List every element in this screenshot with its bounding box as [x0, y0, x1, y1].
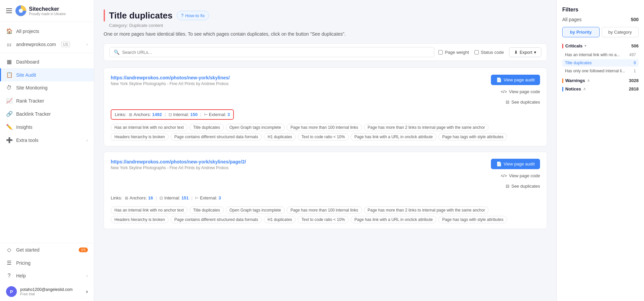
view-audit-button-2[interactable]: 📄 View page audit	[491, 159, 540, 169]
sidebar-item-help[interactable]: ? Help ›	[0, 269, 94, 282]
list-item[interactable]: Page has tags with style attributes	[438, 216, 507, 223]
notices-header[interactable]: Notices ∧ 2818	[562, 86, 639, 91]
see-duplicates-button-1[interactable]: ⊟ See duplicates	[506, 98, 540, 106]
user-info: potaho1200@angeleslid.com Free trial	[20, 287, 83, 296]
list-item[interactable]: Headers hierarchy is broken	[111, 216, 169, 223]
list-item[interactable]: Open Graph tags incomplete	[226, 124, 285, 131]
page-weight-toggle[interactable]: Page weight	[438, 50, 469, 55]
page-title-row: Title duplicates ? How-to fix	[104, 9, 547, 22]
list-item[interactable]: Page has more than 2 links to internal p…	[364, 124, 489, 131]
anchors-count-2: 16	[148, 195, 153, 200]
page-weight-checkbox[interactable]	[438, 50, 443, 54]
list-item[interactable]: Page has more than 100 internal links	[287, 206, 362, 214]
sidebar-item-site-audit[interactable]: 📋 Site Audit	[0, 68, 94, 81]
separator: |	[200, 112, 201, 117]
warnings-count: 3028	[629, 78, 639, 83]
anchors-count-1: 1492	[152, 112, 162, 117]
list-item[interactable]: Open Graph tags incomplete	[226, 206, 285, 214]
category-label: Category:	[109, 23, 128, 28]
grid-icon: ⚏	[6, 41, 12, 47]
view-code-button-1[interactable]: </> View page code	[501, 88, 540, 96]
filter-item-no-anchor[interactable]: Has an internal link with no a... 497	[562, 51, 639, 59]
links-label: Links:	[115, 112, 126, 117]
list-item[interactable]: Headers hierarchy is broken	[111, 133, 169, 141]
internal-label: Internal:	[173, 112, 189, 117]
help-icon: ?	[6, 273, 12, 279]
list-item[interactable]: Page contains different structured data …	[171, 133, 262, 141]
card-url-2[interactable]: https://andrewprokos.com/photos/new-york…	[111, 159, 246, 164]
card-url-1[interactable]: https://andrewprokos.com/photos/new-york…	[111, 75, 230, 80]
sidebar-item-rank-tracker[interactable]: 📈 Rank Tracker	[0, 94, 94, 107]
sidebar-item-label: All projects	[16, 29, 39, 34]
external-count-2: 3	[219, 195, 221, 200]
how-to-fix-label: How-to fix	[185, 13, 205, 18]
sidebar-item-extra-tools[interactable]: ➕ Extra tools ›	[0, 134, 94, 147]
filter-section-criticals: Criticals ▾ 506 Has an internal link wit…	[562, 43, 639, 75]
list-item[interactable]: Has an internal link with no anchor text	[111, 124, 187, 131]
list-item[interactable]: Page has more than 100 internal links	[287, 124, 362, 131]
internal-icon: ⊡	[159, 196, 163, 200]
status-code-toggle[interactable]: Status code	[474, 50, 504, 55]
sidebar-item-backlink-tracker[interactable]: 🔗 Backlink Tracker	[0, 107, 94, 120]
list-item[interactable]: Page has link with a URL in onclick attr…	[351, 133, 436, 141]
tab-by-category[interactable]: by Category	[602, 27, 639, 37]
criticals-label: Criticals	[565, 43, 582, 48]
user-plan: Free trial	[20, 292, 83, 296]
chevron-down-icon: ∧	[583, 87, 586, 91]
list-item[interactable]: Text to code ratio < 10%	[298, 133, 349, 141]
links-anchor-label: Anchors:	[134, 112, 151, 117]
view-audit-button-1[interactable]: 📄 View page audit	[491, 75, 540, 85]
card-subtitle-1: New York Skyline Photographs - Fine Art …	[111, 81, 230, 86]
list-item[interactable]: Page has more than 2 links to internal p…	[364, 206, 489, 214]
export-button[interactable]: ⬇ Export ▾	[509, 47, 541, 57]
list-item[interactable]: Page has link with a URL in onclick attr…	[351, 216, 436, 223]
see-dupes-label: See duplicates	[511, 184, 540, 189]
chevron-right-icon: ›	[86, 138, 88, 143]
all-pages-label: All pages	[562, 17, 582, 22]
sidebar-item-site-monitoring[interactable]: ⏱ Site Monitoring	[0, 81, 94, 94]
view-code-button-2[interactable]: </> View page code	[501, 172, 540, 180]
internal-count-2: 151	[181, 195, 189, 200]
get-started-icon: ◇	[6, 247, 12, 253]
list-item[interactable]: Text to code ratio < 10%	[298, 216, 349, 223]
question-icon: ?	[181, 13, 184, 18]
svg-point-1	[19, 9, 23, 13]
sidebar-item-insights[interactable]: ✏️ Insights	[0, 120, 94, 134]
sitechecker-logo-icon	[15, 5, 26, 16]
list-item[interactable]: H1 duplicates	[264, 133, 296, 141]
warnings-header[interactable]: Warnings ∧ 3028	[562, 78, 639, 83]
tags-row-2: Has an internal link with no anchor text…	[111, 206, 540, 223]
tab-by-priority[interactable]: by Priority	[562, 27, 600, 37]
sidebar-item-pricing[interactable]: ☰ Pricing	[0, 256, 94, 269]
sidebar-item-label: Extra tools	[16, 138, 38, 143]
list-item[interactable]: Has an internal link with no anchor text	[111, 206, 187, 214]
chevron-down-icon: ∧	[587, 78, 590, 83]
sidebar-item-get-started[interactable]: ◇ Get started 3/5	[0, 243, 94, 256]
filter-item-one-followed[interactable]: Has only one followed internal li... 1	[562, 67, 639, 75]
view-code-label: View page code	[509, 89, 540, 94]
list-item[interactable]: H1 duplicates	[264, 216, 296, 223]
list-item[interactable]: Page has tags with style attributes	[438, 133, 507, 141]
criticals-header[interactable]: Criticals ▾ 506	[562, 43, 639, 48]
user-profile-area[interactable]: P potaho1200@angeleslid.com Free trial ›	[0, 282, 94, 301]
status-code-checkbox[interactable]	[474, 50, 479, 54]
sidebar-item-andrewprokos[interactable]: ⚏ andrewprokos.com US ›	[0, 38, 94, 51]
see-duplicates-button-2[interactable]: ⊟ See duplicates	[506, 182, 540, 190]
filters-title: Filters	[562, 7, 639, 13]
sidebar-bottom: ◇ Get started 3/5 ☰ Pricing ? Help › P p…	[0, 243, 94, 301]
internal-count-1: 150	[190, 112, 198, 117]
main-content: Title duplicates ? How-to fix Category: …	[94, 0, 557, 301]
filter-all-row: All pages 500	[562, 17, 639, 22]
warning-bar	[562, 78, 563, 83]
list-item[interactable]: Page contains different structured data …	[171, 216, 262, 223]
search-input[interactable]	[122, 50, 430, 55]
how-to-fix-button[interactable]: ? How-to fix	[177, 11, 209, 20]
list-item[interactable]: Title duplicates	[189, 206, 224, 214]
filter-item-title-dupes[interactable]: Title duplicates 8	[562, 59, 639, 67]
list-item[interactable]: Title duplicates	[189, 124, 224, 131]
page-description: One or more pages have identical titles.…	[104, 31, 547, 37]
sidebar-item-dashboard[interactable]: ▦ Dashboard	[0, 55, 94, 68]
view-audit-label: View page audit	[504, 77, 535, 82]
hamburger-icon[interactable]	[6, 8, 12, 13]
sidebar-item-all-projects[interactable]: 🏠 All projects	[0, 25, 94, 38]
